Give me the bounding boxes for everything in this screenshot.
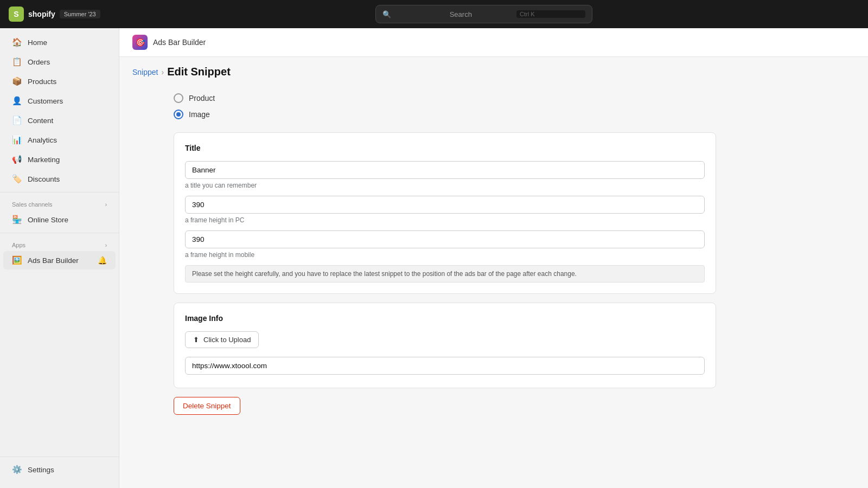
title-input[interactable] (185, 161, 705, 179)
pc-height-hint: a frame height in PC (185, 216, 705, 224)
sidebar-item-customers-label: Customers (28, 97, 63, 105)
sidebar-item-ads-bar-label: Ads Bar Builder (28, 256, 79, 265)
mobile-height-field (185, 230, 705, 248)
title-card: Title a title you can remember a frame h… (174, 132, 716, 294)
summer-badge: Summer '23 (60, 10, 100, 18)
title-hint: a title you can remember (185, 182, 705, 189)
sidebar-item-home-label: Home (28, 38, 47, 47)
sidebar-item-marketing-label: Marketing (28, 156, 60, 164)
sidebar-item-marketing[interactable]: 📢 Marketing (3, 150, 116, 169)
sidebar-item-content[interactable]: 📄 Content (3, 111, 116, 130)
image-info-card: Image Info ⬆ Click to Upload (174, 303, 716, 388)
search-icon: 🔍 (382, 10, 445, 18)
breadcrumb: Snippet › Edit Snippet (119, 57, 868, 82)
sidebar-item-orders-label: Orders (28, 58, 50, 66)
sidebar-item-discounts[interactable]: 🏷️ Discounts (3, 170, 116, 188)
sidebar-item-online-store-label: Online Store (28, 216, 68, 224)
ads-bar-icon: 🖼️ (12, 255, 22, 265)
breadcrumb-separator: › (161, 68, 164, 76)
mobile-height-hint: a frame height in mobile (185, 251, 705, 259)
search-shortcut: Ctrl K (516, 10, 585, 18)
sales-channels-label: Sales channels (12, 201, 53, 208)
shopify-icon: S (9, 7, 24, 22)
topbar-search-container: 🔍 Search Ctrl K (109, 5, 859, 23)
image-card-heading: Image Info (185, 314, 705, 323)
analytics-icon: 📊 (12, 135, 22, 145)
app-header-title: Ads Bar Builder (153, 38, 206, 47)
customers-icon: 👤 (12, 96, 22, 106)
divider-1 (0, 192, 119, 192)
upload-icon: ⬆ (193, 336, 199, 344)
search-box[interactable]: 🔍 Search Ctrl K (375, 5, 592, 23)
divider-3 (0, 457, 119, 457)
orders-icon: 📋 (12, 57, 22, 67)
main-content: 🎯 Ads Bar Builder Snippet › Edit Snippet… (119, 28, 868, 488)
radio-options: Product Image (174, 93, 716, 119)
app-header: 🎯 Ads Bar Builder (119, 28, 868, 57)
radio-product-circle (174, 93, 183, 103)
content-icon: 📄 (12, 115, 22, 125)
sidebar-item-analytics-label: Analytics (28, 136, 57, 144)
sidebar-item-products[interactable]: 📦 Products (3, 72, 116, 91)
url-input[interactable] (185, 357, 705, 375)
layout: 🏠 Home 📋 Orders 📦 Products 👤 Customers 📄… (0, 28, 868, 488)
breadcrumb-parent[interactable]: Snippet (132, 68, 158, 76)
topbar: S shopify Summer '23 🔍 Search Ctrl K (0, 0, 868, 28)
shopify-logo-text: shopify (28, 10, 55, 18)
sidebar-bottom: ⚙️ Settings (0, 453, 119, 484)
sidebar-item-settings[interactable]: ⚙️ Settings (3, 460, 116, 479)
upload-button[interactable]: ⬆ Click to Upload (185, 331, 259, 348)
url-field (185, 357, 705, 375)
search-placeholder: Search (450, 10, 512, 18)
apps-chevron-icon: › (105, 242, 107, 248)
radio-image-circle (174, 110, 183, 119)
title-field (185, 161, 705, 179)
sales-channels-section: Sales channels › (0, 196, 119, 210)
sidebar-item-orders[interactable]: 📋 Orders (3, 53, 116, 71)
delete-snippet-button[interactable]: Delete Snippet (174, 397, 240, 415)
sidebar-item-content-label: Content (28, 117, 53, 125)
sidebar-item-analytics[interactable]: 📊 Analytics (3, 131, 116, 149)
radio-image-option[interactable]: Image (174, 110, 716, 119)
sidebar-item-home[interactable]: 🏠 Home (3, 33, 116, 52)
title-card-heading: Title (185, 144, 705, 152)
sidebar-item-products-label: Products (28, 78, 56, 86)
topbar-logo: S shopify Summer '23 (9, 7, 100, 22)
mobile-height-input[interactable] (185, 230, 705, 248)
sidebar-item-online-store[interactable]: 🏪 Online Store (3, 210, 116, 229)
sidebar: 🏠 Home 📋 Orders 📦 Products 👤 Customers 📄… (0, 28, 119, 488)
radio-image-label: Image (189, 110, 210, 119)
sidebar-item-customers[interactable]: 👤 Customers (3, 92, 116, 110)
home-icon: 🏠 (12, 37, 22, 47)
radio-product-label: Product (189, 94, 215, 102)
radio-product-option[interactable]: Product (174, 93, 716, 103)
apps-section: Apps › (0, 236, 119, 251)
settings-icon: ⚙️ (12, 465, 22, 474)
apps-label: Apps (12, 242, 25, 248)
chevron-right-icon: › (105, 202, 107, 208)
online-store-icon: 🏪 (12, 215, 22, 224)
sidebar-item-discounts-label: Discounts (28, 175, 60, 183)
breadcrumb-current: Edit Snippet (167, 66, 231, 78)
products-icon: 📦 (12, 76, 22, 86)
marketing-icon: 📢 (12, 155, 22, 164)
content-area: Product Image Title a title you can reme… (119, 82, 770, 436)
sidebar-item-ads-bar-builder[interactable]: 🖼️ Ads Bar Builder 🔔 (3, 251, 116, 269)
pc-height-field (185, 196, 705, 214)
info-banner: Please set the height carefully, and you… (185, 265, 705, 282)
divider-2 (0, 233, 119, 233)
pc-height-input[interactable] (185, 196, 705, 214)
upload-button-label: Click to Upload (203, 336, 251, 344)
app-header-icon: 🎯 (132, 35, 148, 50)
discounts-icon: 🏷️ (12, 174, 22, 184)
bell-icon: 🔔 (98, 256, 107, 265)
sidebar-item-settings-label: Settings (28, 466, 54, 474)
